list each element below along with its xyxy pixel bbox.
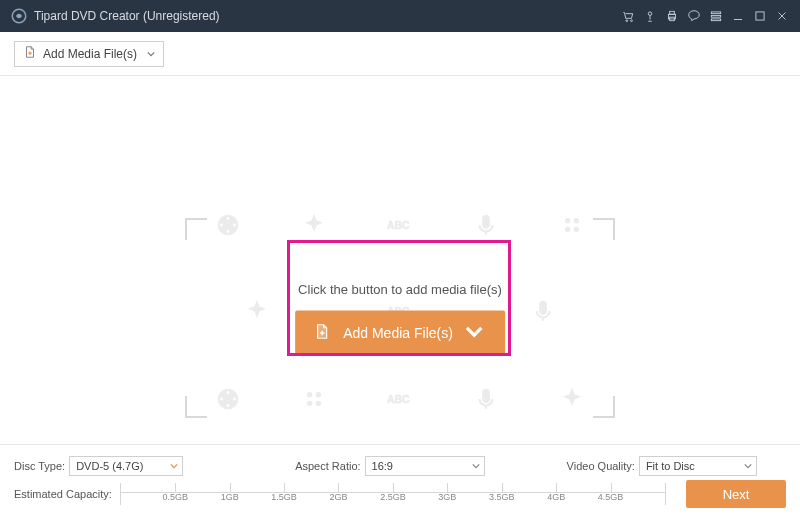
ruler-label: 0.5GB <box>162 492 188 502</box>
print-icon[interactable] <box>662 6 682 26</box>
sparkle-icon <box>301 212 327 238</box>
ruler-label: 1.5GB <box>271 492 297 502</box>
minimize-icon[interactable] <box>728 6 748 26</box>
disc-type-label: Disc Type: <box>14 460 65 472</box>
app-logo-icon <box>10 7 28 25</box>
svg-point-1 <box>626 20 628 22</box>
capacity-ruler: 0.5GB1GB1.5GB2GB2.5GB3GB3.5GB4GB4.5GB <box>120 483 666 505</box>
svg-point-22 <box>574 219 578 223</box>
svg-rect-7 <box>711 12 720 14</box>
sparkle-icon <box>559 212 585 238</box>
reel-icon <box>215 212 241 238</box>
svg-point-2 <box>631 20 633 22</box>
add-media-big-label: Add Media File(s) <box>343 325 453 341</box>
add-instruction: Click the button to add media file(s) <box>295 282 505 297</box>
aspect-ratio-value: 16:9 <box>372 460 393 472</box>
capacity-label: Estimated Capacity: <box>14 488 112 500</box>
ruler-label: 4.5GB <box>598 492 624 502</box>
menu-icon[interactable] <box>706 6 726 26</box>
add-file-icon <box>23 45 37 62</box>
ruler-tick <box>175 483 176 492</box>
chevron-down-icon <box>472 460 480 472</box>
svg-point-32 <box>308 393 312 397</box>
svg-point-33 <box>316 393 320 397</box>
aspect-ratio-label: Aspect Ratio: <box>295 460 360 472</box>
sparkle-icon <box>559 386 585 412</box>
chevron-down-icon <box>170 460 178 472</box>
ruler-label: 1GB <box>221 492 239 502</box>
svg-rect-9 <box>711 19 720 21</box>
footer: Disc Type: DVD-5 (4.7G) Aspect Ratio: 16… <box>0 444 800 514</box>
disc-type-value: DVD-5 (4.7G) <box>76 460 143 472</box>
svg-point-28 <box>226 391 230 395</box>
video-quality-select[interactable]: Fit to Disc <box>639 456 757 476</box>
footer-options-row: Disc Type: DVD-5 (4.7G) Aspect Ratio: 16… <box>14 453 786 479</box>
mic-icon <box>473 386 499 412</box>
svg-point-16 <box>233 223 237 227</box>
ruler-tick <box>447 483 448 492</box>
app-title: Tipard DVD Creator (Unregistered) <box>34 9 220 23</box>
ruler-tick <box>502 483 503 492</box>
add-file-icon <box>313 322 331 343</box>
toolbar: Add Media File(s) <box>0 32 800 76</box>
svg-rect-8 <box>711 15 720 17</box>
help-icon[interactable] <box>684 6 704 26</box>
titlebar: Tipard DVD Creator (Unregistered) <box>0 0 800 32</box>
video-quality-value: Fit to Disc <box>646 460 695 472</box>
svg-point-18 <box>220 223 224 227</box>
svg-point-29 <box>233 397 237 401</box>
svg-point-34 <box>308 401 312 405</box>
ruler-tick <box>338 483 339 492</box>
video-quality-label: Video Quality: <box>567 460 635 472</box>
ruler-tick <box>393 483 394 492</box>
ruler-label: 2.5GB <box>380 492 406 502</box>
svg-rect-11 <box>756 12 764 20</box>
next-button-label: Next <box>723 487 750 502</box>
svg-text:ABC: ABC <box>387 220 410 231</box>
footer-capacity-row: Estimated Capacity: 0.5GB1GB1.5GB2GB2.5G… <box>14 481 786 507</box>
svg-rect-20 <box>483 215 490 228</box>
abc-icon: ABC <box>387 386 413 412</box>
register-icon[interactable] <box>640 6 660 26</box>
ruler-tick <box>284 483 285 492</box>
mic-icon <box>530 298 556 324</box>
mic-icon <box>473 212 499 238</box>
chevron-down-icon <box>147 47 155 61</box>
svg-rect-26 <box>540 301 547 314</box>
aspect-ratio-select[interactable]: 16:9 <box>365 456 485 476</box>
chevron-down-icon <box>744 460 752 472</box>
svg-point-17 <box>226 230 230 234</box>
svg-rect-37 <box>483 389 490 402</box>
watermark-row: ABC <box>185 212 615 238</box>
ruler-tick <box>556 483 557 492</box>
maximize-icon[interactable] <box>750 6 770 26</box>
ruler-label: 4GB <box>547 492 565 502</box>
next-button[interactable]: Next <box>686 480 786 508</box>
abc-icon: ABC <box>387 212 413 238</box>
cart-icon[interactable] <box>618 6 638 26</box>
ruler-label: 2GB <box>329 492 347 502</box>
ruler-tick <box>230 483 231 492</box>
ruler-label: 3GB <box>438 492 456 502</box>
svg-point-24 <box>574 227 578 231</box>
drop-zone[interactable]: ABC ABC ABC Click the button to add medi… <box>185 218 615 418</box>
sparkle-icon <box>301 386 327 412</box>
svg-point-21 <box>566 219 570 223</box>
svg-rect-5 <box>670 11 675 14</box>
svg-text:ABC: ABC <box>387 394 410 405</box>
ruler-label: 3.5GB <box>489 492 515 502</box>
svg-point-15 <box>226 217 230 221</box>
disc-type-select[interactable]: DVD-5 (4.7G) <box>69 456 183 476</box>
reel-icon <box>215 386 241 412</box>
add-media-button-big[interactable]: Add Media File(s) <box>295 311 505 355</box>
close-icon[interactable] <box>772 6 792 26</box>
center-block: Click the button to add media file(s) Ad… <box>295 282 505 355</box>
add-media-small-label: Add Media File(s) <box>43 47 137 61</box>
svg-point-35 <box>316 401 320 405</box>
svg-point-23 <box>566 227 570 231</box>
sparkle-icon <box>244 298 270 324</box>
svg-point-31 <box>220 397 224 401</box>
svg-point-30 <box>226 404 230 408</box>
add-media-button-small[interactable]: Add Media File(s) <box>14 41 164 67</box>
chevron-down-icon <box>465 322 483 343</box>
